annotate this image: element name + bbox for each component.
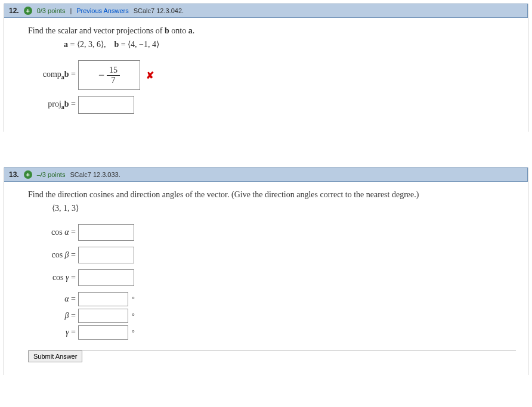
cos-text: cos (51, 250, 64, 259)
expand-icon[interactable]: + (24, 170, 32, 179)
comp-b: b (64, 70, 69, 79)
wrong-icon: ✘ (146, 70, 154, 81)
alpha-symbol: α (64, 228, 69, 237)
alpha-input[interactable] (78, 292, 128, 306)
comp-label: compab = (28, 70, 78, 80)
points-label: 0/3 points (37, 7, 66, 14)
equals: = (69, 273, 76, 282)
textbook-ref: SCalc7 12.3.033. (70, 171, 120, 178)
question-header: 12. + 0/3 points | Previous Answers SCal… (4, 4, 528, 18)
minus-sign: − (98, 69, 107, 82)
denominator: 7 (109, 76, 118, 85)
cos-beta-row: cos β = (28, 247, 516, 263)
cos-gamma-label: cos γ = (28, 273, 78, 282)
prompt-text: onto (169, 26, 188, 35)
equals: = (69, 70, 76, 79)
submit-answer-button[interactable]: Submit Answer (28, 350, 82, 362)
vector-a-label: a (64, 40, 68, 49)
question-prompt: Find the direction cosines and direction… (28, 190, 516, 200)
equals: = (69, 328, 76, 337)
proj-label: projab = (28, 100, 78, 110)
vector-definitions: a = ⟨2, 3, 6⟩, b = ⟨4, −1, 4⟩ (64, 39, 516, 49)
proj-prefix: proj (48, 100, 61, 108)
fraction-stack: 15 7 (107, 66, 120, 85)
question-number: 13. (9, 170, 19, 179)
question-prompt: Find the scalar and vector projections o… (28, 26, 516, 36)
proj-row: projab = (28, 96, 516, 114)
alpha-row: α = ° (28, 292, 516, 306)
cos-beta-input[interactable] (78, 247, 134, 263)
gamma-row: γ = ° (28, 325, 516, 340)
cos-alpha-label: cos α = (28, 228, 78, 237)
degree-unit: ° (132, 295, 135, 304)
fraction: − 15 7 (98, 66, 120, 85)
vector-a-ref: a (188, 26, 193, 35)
question-12: 12. + 0/3 points | Previous Answers SCal… (4, 4, 528, 132)
degree-unit: ° (132, 312, 135, 321)
beta-symbol: β (65, 311, 69, 320)
comp-answer-box[interactable]: − 15 7 (78, 60, 140, 90)
question-number: 12. (9, 7, 19, 15)
cos-alpha-row: cos α = (28, 224, 516, 241)
previous-answers-link[interactable]: Previous Answers (76, 7, 128, 14)
gamma-input[interactable] (78, 325, 128, 340)
proj-b: b (64, 100, 69, 108)
cos-gamma-input[interactable] (78, 269, 134, 286)
cos-alpha-input[interactable] (78, 224, 134, 241)
question-13: 13. + –/3 points SCalc7 12.3.033. Find t… (4, 167, 528, 375)
alpha-label: α = (28, 294, 78, 304)
equals: = (69, 294, 76, 303)
points-label: –/3 points (37, 171, 66, 178)
cos-gamma-row: cos γ = (28, 269, 516, 286)
expand-icon[interactable]: + (24, 7, 32, 15)
proj-answer-box[interactable] (78, 96, 134, 114)
prompt-text: . (193, 26, 195, 35)
vector-b-ref: b (165, 26, 169, 35)
alpha-symbol: α (64, 294, 69, 303)
equals: = (69, 100, 76, 108)
submit-row: Submit Answer (28, 350, 516, 363)
question-header: 13. + –/3 points SCalc7 12.3.033. (4, 167, 528, 182)
cos-text: cos (52, 273, 66, 282)
separator: | (70, 7, 72, 14)
beta-label: β = (28, 311, 78, 321)
equals: = (69, 228, 76, 237)
cos-beta-label: cos β = (28, 250, 78, 260)
textbook-ref: SCalc7 12.3.042. (134, 7, 184, 14)
question-body: Find the direction cosines and direction… (4, 182, 528, 375)
equals: = (69, 311, 76, 320)
cos-text: cos (51, 228, 64, 237)
beta-row: β = ° (28, 309, 516, 323)
vector-a-value: = ⟨2, 3, 6⟩, (68, 40, 106, 49)
vector-value: ⟨3, 1, 3⟩ (52, 203, 516, 213)
prompt-text: Find the scalar and vector projections o… (28, 26, 165, 35)
equals: = (69, 250, 76, 259)
question-body: Find the scalar and vector projections o… (4, 18, 528, 132)
comp-prefix: comp (43, 70, 61, 79)
degree-unit: ° (132, 328, 135, 337)
comp-row: compab = − 15 7 ✘ (28, 60, 516, 90)
numerator: 15 (107, 66, 120, 75)
beta-symbol: β (65, 250, 69, 259)
vector-b-value: = ⟨4, −1, 4⟩ (119, 40, 159, 49)
gamma-label: γ = (28, 328, 78, 337)
beta-input[interactable] (78, 309, 128, 323)
